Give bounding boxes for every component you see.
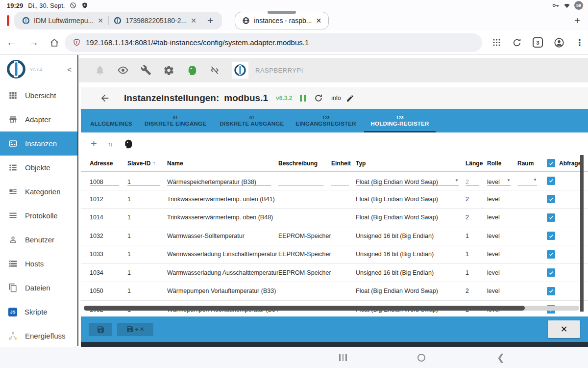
col-laenge[interactable]: Länge <box>466 160 487 167</box>
table-row[interactable]: 1034 1 Warmwasserladung Ausschalttempera… <box>81 264 588 283</box>
tab-count-button[interactable]: 3 <box>533 37 543 48</box>
close-tab-icon[interactable]: ✕ <box>191 17 196 25</box>
tab-group-indicator[interactable] <box>7 15 9 26</box>
eye-icon[interactable] <box>117 64 129 76</box>
raum-select[interactable]: ▼ <box>517 175 537 185</box>
save-icon <box>126 325 134 333</box>
abfrage-checkbox[interactable] <box>547 195 555 203</box>
col-beschreibung[interactable]: Beschreibung <box>278 160 331 167</box>
reload-icon[interactable] <box>512 38 522 48</box>
sidebar-item-skripte[interactable]: JS Skripte <box>0 300 77 324</box>
abfrage-checkbox[interactable] <box>547 232 555 240</box>
table-row[interactable]: 1012 1 Trinkwassererwärmertemp. unten (B… <box>81 190 588 209</box>
recents-button[interactable] <box>339 347 347 368</box>
home-button[interactable] <box>417 347 425 368</box>
tab-allgemeines[interactable]: ALLGEMEINES <box>88 109 135 132</box>
abfrage-checkbox[interactable] <box>547 177 555 185</box>
name-input[interactable]: Wärmespeichertemperatur (B38) <box>167 175 271 186</box>
table-row[interactable]: 1032 1 Warmwasser-Solltemperatur EEPROM-… <box>81 227 588 246</box>
pause-icon[interactable] <box>300 95 306 102</box>
apps-grid-icon[interactable] <box>492 38 501 47</box>
horizontal-scrollbar[interactable] <box>84 306 579 311</box>
table-header-row: Adresse Slave-ID↑ Name Beschreibung Einh… <box>81 155 588 172</box>
close-dialog-button[interactable]: ✕ <box>548 320 580 338</box>
col-raum[interactable]: Raum <box>517 160 547 167</box>
sidebar-item-adapter[interactable]: Adapter <box>0 107 77 131</box>
not-secure-shield-icon[interactable] <box>73 38 81 47</box>
notifications-icon[interactable] <box>95 65 105 76</box>
overflow-menu-icon[interactable]: ⋮ <box>575 37 584 48</box>
sidebar-item-benutzer[interactable]: Benutzer <box>0 228 77 252</box>
beschreibung-input[interactable] <box>278 175 323 185</box>
table-row-edit[interactable]: 1008 1 Wärmespeichertemperatur (B38) Flo… <box>81 172 588 190</box>
browser-tab-1[interactable]: IDM Luftwärmepu... ✕ <box>17 12 108 29</box>
abfrage-checkbox[interactable] <box>547 250 555 259</box>
wrench-icon[interactable] <box>141 65 151 76</box>
abfrage-checkbox[interactable] <box>547 213 555 222</box>
col-typ[interactable]: Typ <box>356 160 466 167</box>
sidebar-item-instanzen[interactable]: Instanzen <box>0 131 77 156</box>
host-logo[interactable] <box>232 62 248 79</box>
save-button[interactable] <box>89 323 112 336</box>
rolle-select[interactable]: level▼ <box>487 175 511 186</box>
hosts-icon <box>8 259 18 268</box>
close-tab-icon[interactable]: ✕ <box>316 17 322 25</box>
new-tab-in-group-button[interactable]: + <box>201 15 219 26</box>
crossed-out-icon[interactable] <box>209 65 220 76</box>
vertical-scrollbar[interactable] <box>580 155 584 312</box>
add-register-icon[interactable]: + <box>91 137 97 150</box>
sort-icon[interactable]: ↑↓ <box>108 140 112 148</box>
dialog-back-icon[interactable] <box>99 93 110 104</box>
sidebar-item-kategorien[interactable]: Kategorien <box>0 180 77 204</box>
url-bar[interactable]: 192.168.1.134:8081/#tab-instances/config… <box>65 33 482 52</box>
url-text[interactable]: 192.168.1.134:8081/#tab-instances/config… <box>86 38 309 47</box>
sidebar-item-protokolle[interactable]: Protokolle <box>0 204 77 228</box>
abfrage-checkbox[interactable] <box>547 268 555 277</box>
sidebar-item-energiefluss[interactable]: Energiefluss <box>0 324 77 348</box>
col-slave-id[interactable]: Slave-ID↑ <box>127 160 167 167</box>
tab-drag-handle[interactable] <box>268 11 296 14</box>
table-row[interactable]: 1050 1 Wärmepumpen Vorlauftemperatur (B3… <box>81 282 588 301</box>
host-base-settings-icon[interactable] <box>186 65 197 76</box>
settings-gear-icon[interactable] <box>163 65 174 76</box>
tab-holding-register[interactable]: 123 HOLDING-REGISTER <box>364 109 436 132</box>
android-back-button[interactable]: ❮ <box>497 347 505 368</box>
einheit-input[interactable] <box>331 175 349 185</box>
head-icon[interactable] <box>123 139 133 149</box>
collapse-sidebar-icon[interactable]: < <box>67 65 72 74</box>
typ-select[interactable]: Float (Big Endian Word Swap)▼ <box>356 175 459 186</box>
col-einheit[interactable]: Einheit <box>331 160 356 167</box>
edit-pencil-icon[interactable] <box>346 94 354 103</box>
javascript-icon: JS <box>8 308 17 316</box>
home-icon[interactable] <box>49 37 60 48</box>
table-row[interactable]: 1014 1 Trinkwassererwärmertemp. oben (B4… <box>81 209 588 227</box>
horizontal-scrollbar-thumb[interactable] <box>84 306 525 311</box>
forward-icon[interactable]: → <box>23 37 45 48</box>
col-rolle[interactable]: Rolle <box>487 160 517 167</box>
sidebar-item-hosts[interactable]: Hosts <box>0 252 77 276</box>
table-row[interactable]: 1033 1 Warmwasserladung Einschalttempera… <box>81 245 588 264</box>
sidebar-item-objekte[interactable]: Objekte <box>0 156 77 180</box>
browser-tab-2[interactable]: 1739882205180-2... ✕ <box>109 12 201 29</box>
profile-icon[interactable] <box>554 37 564 48</box>
adresse-input[interactable]: 1008 <box>90 175 119 186</box>
col-name[interactable]: Name <box>167 160 278 167</box>
abfrage-checkbox[interactable] <box>547 287 555 295</box>
tab-diskrete-ausgaenge[interactable]: 01 DISKRETE AUSGÄNGE <box>216 109 288 132</box>
save-and-close-button[interactable]: + ✕ <box>117 323 153 336</box>
sidebar-item-dateien[interactable]: Dateien <box>0 276 77 300</box>
back-icon[interactable]: ← <box>0 37 23 48</box>
tab-eingangsregister[interactable]: 123 EINGANGSREGISTER <box>293 109 359 132</box>
restart-icon[interactable] <box>314 93 323 103</box>
new-tab-button[interactable]: + <box>574 15 580 26</box>
tab-diskrete-eingaenge[interactable]: 01 DISKRETE EINGÄNGE <box>140 109 211 132</box>
laenge-input[interactable]: 2 <box>466 175 479 186</box>
close-tab-icon[interactable]: ✕ <box>98 17 103 25</box>
col-adresse[interactable]: Adresse <box>90 160 127 167</box>
sidebar-item-uebersicht[interactable]: Übersicht <box>0 83 77 107</box>
shield-icon <box>81 2 88 9</box>
slave-id-input[interactable]: 1 <box>127 175 160 186</box>
loglevel-label[interactable]: info <box>331 95 341 102</box>
browser-tab-active[interactable]: instances - raspb... ✕ <box>235 12 329 29</box>
select-all-checkbox[interactable] <box>547 159 555 167</box>
